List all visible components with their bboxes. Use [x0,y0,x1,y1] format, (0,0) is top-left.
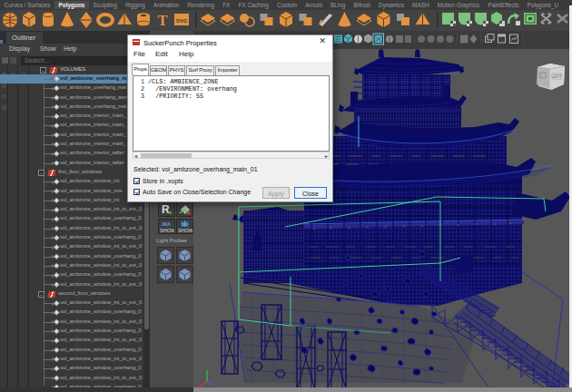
svg-text:LEFT: LEFT [551,74,561,79]
svg-text:SVG: SVG [176,18,188,24]
svg-text:T: T [158,13,168,28]
svg-text:SHOW: SHOW [160,228,174,233]
svg-text:SHOW: SHOW [178,228,192,233]
svg-text:+: + [168,209,173,216]
svg-text:.MA: .MA [161,221,172,227]
